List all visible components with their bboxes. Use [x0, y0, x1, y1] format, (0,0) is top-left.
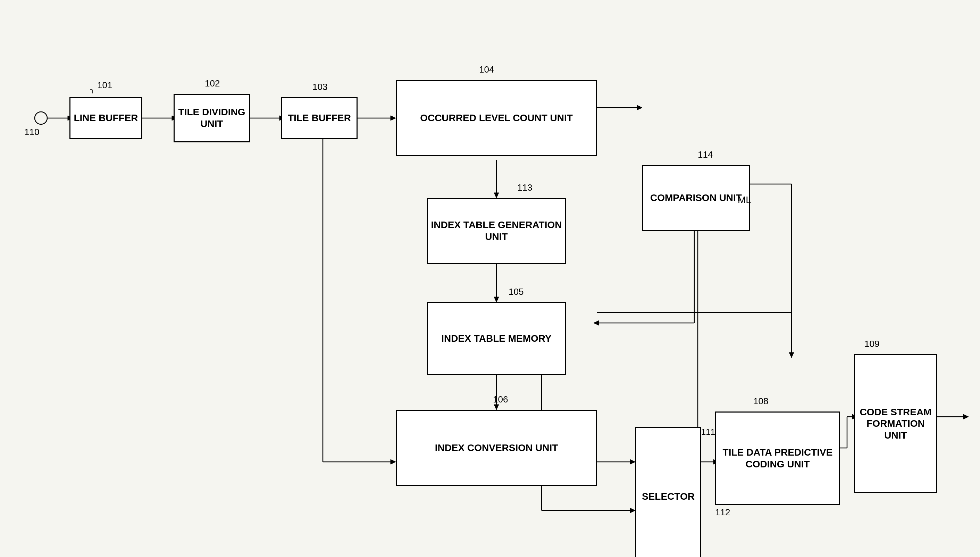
- index-table-mem-label: INDEX TABLE MEMORY: [441, 333, 551, 344]
- code-stream-block: CODE STREAM FORMATION UNIT: [854, 354, 937, 493]
- occurred-level-ref: 104: [479, 64, 494, 75]
- svg-marker-10: [494, 193, 499, 198]
- tile-buffer-block: TILE BUFFER: [281, 97, 358, 139]
- svg-marker-32: [390, 459, 396, 464]
- index-conversion-block: INDEX CONVERSION UNIT: [396, 410, 597, 486]
- occurred-level-label: OCCURRED LEVEL COUNT UNIT: [420, 112, 573, 124]
- tile-buffer-label: TILE BUFFER: [288, 112, 351, 124]
- svg-marker-25: [789, 352, 794, 358]
- tile-dividing-block: TILE DIVIDING UNIT: [174, 94, 250, 142]
- index-table-mem-ref: 105: [509, 287, 523, 297]
- tile-data-pred-ref2: 112: [715, 507, 730, 518]
- svg-marker-12: [637, 105, 642, 110]
- comparison-block: COMPARISON UNIT: [642, 165, 750, 231]
- tile-dividing-label: TILE DIVIDING UNIT: [175, 106, 249, 130]
- svg-marker-22: [494, 405, 499, 410]
- svg-marker-20: [594, 321, 599, 326]
- line-buffer-label: LINE BUFFER: [73, 112, 138, 124]
- tile-data-pred-ref: 108: [753, 396, 768, 407]
- svg-marker-29: [630, 459, 635, 464]
- occurred-level-block: OCCURRED LEVEL COUNT UNIT: [396, 80, 597, 156]
- line-buffer-block: LINE BUFFER: [70, 97, 142, 139]
- svg-marker-8: [390, 116, 396, 121]
- index-conversion-ref: 106: [493, 394, 508, 405]
- code-stream-ref: 109: [865, 339, 879, 349]
- index-table-gen-label: INDEX TABLE GENERATION UNIT: [428, 219, 565, 243]
- svg-marker-16: [494, 297, 499, 302]
- ml-label: ML: [738, 194, 751, 205]
- code-stream-label: CODE STREAM FORMATION UNIT: [855, 406, 936, 441]
- selector-label: SELECTOR: [642, 491, 695, 502]
- index-table-gen-block: INDEX TABLE GENERATION UNIT: [427, 198, 566, 264]
- tile-data-pred-block: TILE DATA PREDICTIVE CODING UNIT: [715, 412, 840, 505]
- svg-marker-40: [963, 414, 969, 419]
- comparison-ref: 114: [698, 149, 713, 160]
- index-table-gen-ref: 113: [517, 182, 532, 193]
- tile-data-pred-label: TILE DATA PREDICTIVE CODING UNIT: [716, 446, 839, 470]
- ref-line: ╮: [90, 85, 94, 93]
- tile-buffer-ref: 103: [312, 81, 327, 92]
- input-ref: 110: [24, 127, 39, 137]
- tile-dividing-ref: 102: [205, 78, 220, 89]
- svg-marker-49: [630, 508, 635, 513]
- index-table-mem-block: INDEX TABLE MEMORY: [427, 302, 566, 375]
- line-buffer-ref: 101: [97, 80, 112, 91]
- selector-num: 111: [701, 427, 715, 437]
- selector-block: SELECTOR: [635, 427, 701, 557]
- svg-point-0: [35, 112, 47, 124]
- comparison-label: COMPARISON UNIT: [650, 192, 742, 204]
- index-conversion-label: INDEX CONVERSION UNIT: [435, 442, 558, 454]
